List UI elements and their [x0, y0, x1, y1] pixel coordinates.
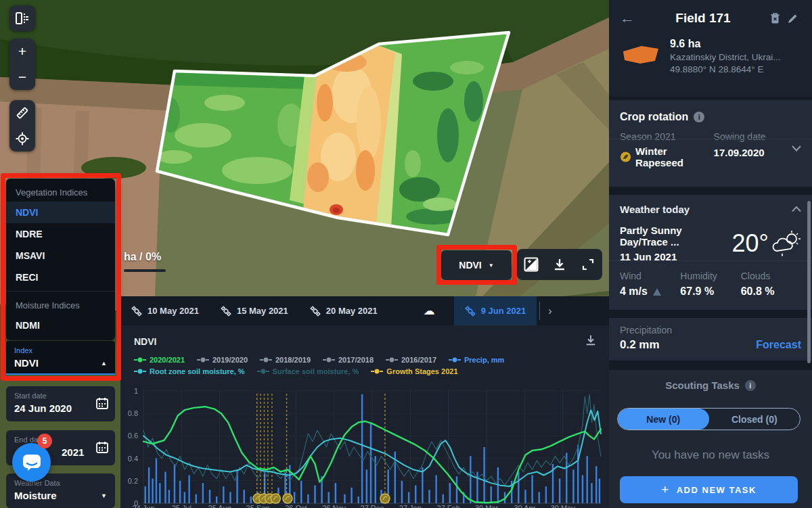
svg-text:27 Dec: 27 Dec — [361, 504, 384, 508]
back-arrow-icon[interactable]: ← — [620, 9, 640, 27]
svg-text:1: 1 — [134, 387, 138, 395]
end-date-label: End date — [14, 436, 107, 444]
compare-control[interactable] — [9, 5, 35, 31]
tasks-new-tab[interactable]: New (0) — [618, 409, 709, 430]
svg-text:0.4: 0.4 — [128, 455, 138, 463]
season-label: Season 2021 — [620, 131, 714, 142]
svg-text:30 Mar: 30 Mar — [475, 504, 499, 508]
index-select-field[interactable]: Index NDVI ▲ — [6, 341, 115, 375]
season-expand-chevron-icon[interactable] — [792, 143, 801, 168]
menu-item-reci[interactable]: RECI — [6, 267, 115, 288]
ndvi-chart-plot[interactable]: 24 Jun25 Jul25 Aug25 Sep26 Oct26 Nov27 D… — [120, 386, 609, 508]
download-icon[interactable] — [551, 256, 568, 273]
edit-pencil-icon[interactable] — [784, 13, 801, 24]
svg-text:25 Sep: 25 Sep — [246, 504, 270, 508]
menu-item-ndre[interactable]: NDRE — [6, 223, 115, 245]
crop-rapeseed-icon — [620, 151, 631, 163]
weather-today-section: Weather today Partly Sunny Day/Trace ...… — [609, 195, 812, 310]
svg-text:0: 0 — [134, 499, 138, 507]
expand-fullscreen-icon[interactable] — [580, 256, 596, 273]
weather-collapse-chevron-icon[interactable] — [792, 203, 801, 215]
legend-item[interactable]: Root zone soil moisture, % — [134, 367, 245, 375]
analytics-panel: 10 May 202115 May 202120 May 2021☁9 Jun … — [120, 296, 609, 508]
start-date-value: 24 Jun 2020 — [14, 402, 107, 414]
wind-direction-arrow-icon — [653, 288, 661, 296]
weather-stat-value: 67.9 % — [680, 285, 740, 298]
sowing-date-value: 17.09.2020 — [714, 147, 792, 158]
index-dropdown-menu: Vegetation IndicesNDVINDREMSAVIRECIMoist… — [6, 179, 115, 340]
legend-item[interactable]: 2018/2019 — [260, 356, 311, 364]
menu-section-header: Vegetation Indices — [6, 181, 115, 202]
menu-item-msavi[interactable]: MSAVI — [6, 245, 115, 267]
image-date-tabbar: 10 May 202115 May 202120 May 2021☁9 Jun … — [120, 296, 609, 325]
index-field-label: Index — [14, 346, 107, 354]
crop-rotation-title: Crop rotation — [620, 111, 688, 123]
svg-text:25 Jul: 25 Jul — [172, 504, 191, 508]
field-coordinates: 49.8880° N 28.8644° E — [670, 64, 781, 74]
weather-stat-value: 4 m/s — [620, 285, 680, 298]
add-new-task-button[interactable]: + ADD NEW TASK — [620, 476, 798, 503]
svg-text:0.8: 0.8 — [128, 409, 138, 417]
weather-stat-humidity: Humidity67.9 % — [680, 271, 740, 298]
legend-item[interactable]: 2020/2021 — [134, 356, 185, 364]
tasks-closed-tab[interactable]: Closed (0) — [709, 409, 800, 430]
map-index-dropdown-button[interactable]: NDVI ▼ — [441, 250, 512, 280]
start-date-label: Start date — [14, 392, 107, 400]
date-tab-2[interactable]: 15 May 2021 — [210, 296, 299, 325]
index-field-value: NDVI — [14, 357, 39, 369]
chart-legend: 2020/20212019/20202018/20192017/20182016… — [120, 349, 609, 375]
sowing-date-label: Sowing date — [714, 131, 792, 142]
legend-item[interactable]: Growth Stages 2021 — [371, 367, 457, 375]
zoom-out-button[interactable]: − — [9, 64, 35, 90]
menu-item-ndvi[interactable]: NDVI — [6, 202, 115, 223]
start-date-field[interactable]: Start date 24 Jun 2020 — [6, 386, 115, 421]
weather-condition: Partly Sunny Day/Trace ... — [620, 225, 732, 248]
menu-divider — [6, 291, 115, 292]
svg-text:30 Apr: 30 Apr — [514, 504, 535, 508]
info-icon[interactable]: i — [745, 380, 756, 391]
area-percent-label: ha / 0% — [124, 251, 161, 263]
delete-trash-icon[interactable] — [766, 12, 784, 24]
ruler-measure-icon[interactable] — [9, 100, 35, 126]
plus-icon: + — [661, 482, 670, 497]
chart-title: NDVI — [134, 336, 156, 347]
weather-stat-clouds: Clouds60.8 % — [741, 271, 801, 298]
next-dates-chevron[interactable]: › — [540, 296, 560, 325]
svg-text:27 Jan: 27 Jan — [399, 504, 422, 508]
legend-item[interactable]: Precip, mm — [449, 356, 504, 364]
legend-item[interactable]: 2019/2020 — [197, 356, 248, 364]
field-title: Field 171 — [640, 11, 766, 26]
date-tab-4[interactable]: 9 Jun 2021 — [454, 296, 537, 325]
precipitation-value: 0.2 mm — [620, 338, 660, 352]
menu-item-ndmi[interactable]: NDMI — [6, 315, 115, 336]
tasks-segmented-control: New (0) Closed (0) — [617, 408, 800, 430]
weather-stat-label: Clouds — [741, 271, 801, 281]
sidebar-scrollbar[interactable] — [807, 201, 811, 363]
svg-text:25 Aug: 25 Aug — [208, 504, 231, 508]
notification-badge: 5 — [37, 434, 52, 448]
legend-item[interactable]: 2016/2017 — [386, 356, 436, 364]
sidebar-header: ← Field 171 9.6 ha Kazatinskiy District,… — [609, 0, 812, 97]
info-icon[interactable]: i — [694, 112, 704, 122]
zoom-controls[interactable]: + − — [9, 39, 35, 90]
locate-crosshair-icon[interactable] — [9, 126, 35, 152]
split-compare-icon[interactable] — [9, 5, 35, 31]
satellite-icon — [465, 306, 476, 317]
field-location: Kazatinskiy District, Ukrai... — [670, 52, 781, 62]
chart-download-icon[interactable] — [585, 334, 597, 349]
scouting-tasks-section: Scouting Tasks i New (0) Closed (0) You … — [609, 370, 812, 508]
caret-up-icon: ▲ — [101, 360, 107, 367]
legend-item[interactable]: Surface soil moisture, % — [257, 367, 359, 375]
calendar-icon — [96, 397, 108, 412]
zoom-in-button[interactable]: + — [9, 39, 35, 64]
contrast-adjust-icon[interactable] — [523, 256, 539, 273]
field-sidebar: ← Field 171 9.6 ha Kazatinskiy District,… — [609, 0, 812, 508]
legend-item[interactable]: 2017/2018 — [323, 356, 374, 364]
measure-locate-controls[interactable] — [9, 100, 35, 152]
date-tab-1[interactable]: 10 May 2021 — [120, 296, 210, 325]
forecast-link[interactable]: Forecast — [756, 339, 801, 351]
season-crop-value: Winter Rapeseed — [635, 145, 713, 168]
intercom-launcher[interactable] — [12, 443, 51, 482]
date-tab-3[interactable]: 20 May 2021 — [299, 296, 388, 325]
satellite-icon — [310, 306, 321, 317]
